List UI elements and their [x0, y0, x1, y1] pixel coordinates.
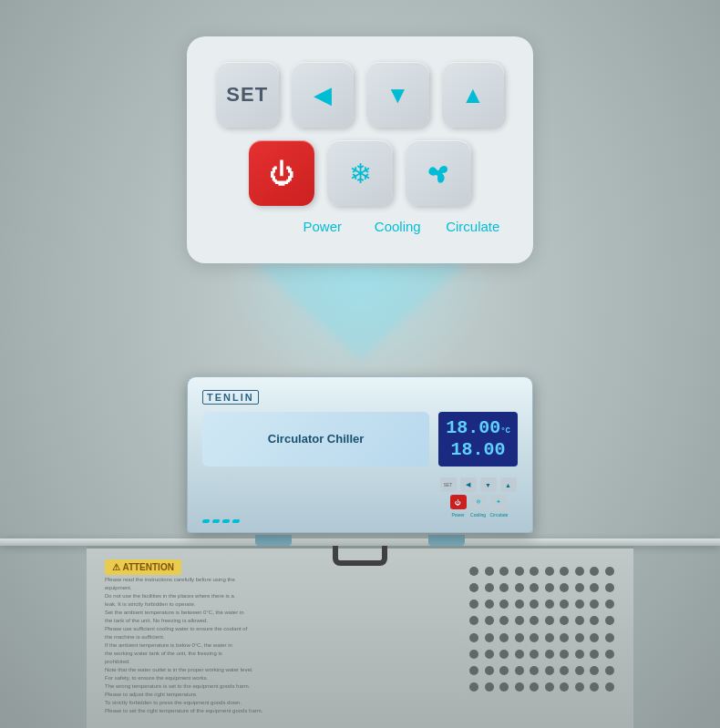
ventilation-panel [469, 567, 615, 694]
vent-hole [499, 650, 509, 659]
vent-hole [575, 666, 584, 675]
stripe-1 [201, 519, 210, 523]
vent-hole [499, 583, 509, 592]
vent-hole [545, 650, 554, 659]
decorative-stripes [202, 519, 240, 523]
vent-hole [515, 583, 524, 592]
vent-hole [530, 633, 539, 642]
mini-power-label: Power [450, 512, 467, 518]
vent-hole [530, 666, 539, 675]
brand-logo: TENLIN [202, 390, 259, 405]
vent-hole [530, 583, 539, 592]
vent-hole [605, 682, 614, 692]
cooling-button[interactable]: ❄ [327, 140, 393, 206]
vent-hole [515, 600, 524, 609]
vent-hole [469, 633, 478, 642]
chiller-header: TENLIN [202, 390, 518, 405]
vent-hole [485, 567, 494, 576]
chiller-body: TENLIN Circulator Chiller 18.00°C 18.00 … [187, 376, 533, 533]
mini-down-btn[interactable]: ▼ [480, 477, 497, 492]
vent-hole [530, 567, 539, 576]
vent-hole [499, 616, 509, 625]
display-value1: 18.00°C [446, 417, 510, 439]
mini-power-btn[interactable]: ⏻ [450, 495, 467, 509]
mini-cooling-btn[interactable]: ❄ [470, 495, 487, 509]
vent-hole [575, 600, 584, 609]
fan-icon [424, 159, 453, 188]
vent-hole [530, 600, 539, 609]
vent-hole [560, 567, 569, 576]
mini-left-btn[interactable]: ◀ [460, 477, 477, 492]
vent-hole [560, 650, 569, 659]
vent-hole [545, 666, 554, 675]
vent-hole [545, 567, 554, 576]
vent-hole [560, 666, 569, 675]
vent-hole [605, 633, 614, 642]
svg-point-0 [436, 170, 441, 176]
vent-hole [605, 616, 614, 625]
power-label: Power [292, 219, 355, 234]
leg-left [255, 535, 292, 546]
vent-hole [530, 682, 539, 692]
stripe-3 [221, 519, 230, 523]
mini-cooling-label: Cooling [470, 512, 487, 518]
vent-hole [485, 650, 494, 659]
power-button[interactable]: ⏻ [249, 140, 314, 206]
leg-right [428, 535, 465, 546]
vent-hole [485, 616, 494, 625]
mini-up-btn[interactable]: ▲ [500, 477, 517, 492]
display-unit: °C [500, 426, 510, 436]
vent-hole [545, 600, 554, 609]
vent-hole [575, 682, 584, 692]
vent-hole [485, 600, 494, 609]
vent-hole [575, 567, 584, 576]
vent-hole [530, 616, 539, 625]
vent-hole [590, 650, 599, 659]
cabinet-body: ⚠ ATTENTION Please read the instructions… [87, 546, 633, 728]
vent-hole [590, 633, 599, 642]
mini-set-btn[interactable]: SET [440, 477, 457, 492]
display-value2: 18.00 [446, 439, 510, 461]
mini-controls: SET ◀ ▼ ▲ ⏻ ❄ ✦ Power Cooling Circulate [438, 477, 518, 518]
button-label-row: Power Cooling Circulate [216, 219, 504, 234]
stripe-4 [231, 519, 240, 523]
vent-hole [545, 633, 554, 642]
chiller-handle [333, 546, 387, 566]
mini-circulate-btn[interactable]: ✦ [490, 495, 507, 509]
vent-hole [605, 583, 614, 592]
vent-hole [499, 666, 509, 675]
vent-hole [469, 616, 478, 625]
chiller-device: TENLIN Circulator Chiller 18.00°C 18.00 … [187, 376, 533, 546]
vent-hole [485, 666, 494, 675]
vent-hole [515, 650, 524, 659]
chiller-legs [187, 535, 533, 546]
vent-hole [485, 633, 494, 642]
vent-hole [605, 567, 614, 576]
vent-hole [515, 666, 524, 675]
cabinet-instructions: Please read the instructions carefully b… [105, 576, 451, 715]
vent-hole [590, 600, 599, 609]
vent-hole [575, 616, 584, 625]
circulate-button[interactable] [406, 140, 471, 206]
vent-hole [590, 666, 599, 675]
vent-hole [545, 616, 554, 625]
mini-circulate-label: Circulate [490, 512, 507, 518]
nav-button-row: SET ◀ ▼ ▲ [216, 62, 504, 128]
set-button[interactable]: SET [216, 62, 279, 128]
vent-hole [605, 650, 614, 659]
vent-hole [545, 583, 554, 592]
vent-hole [469, 666, 478, 675]
chiller-label-area: Circulator Chiller [202, 412, 429, 467]
vent-hole [469, 682, 478, 692]
vent-hole [469, 600, 478, 609]
vent-hole [515, 633, 524, 642]
down-arrow-button[interactable]: ▼ [366, 62, 429, 128]
left-arrow-button[interactable]: ◀ [292, 62, 355, 128]
vent-hole [590, 583, 599, 592]
up-arrow-button[interactable]: ▲ [442, 62, 505, 128]
light-beam [251, 260, 469, 360]
vent-hole [515, 616, 524, 625]
vent-hole [575, 583, 584, 592]
vent-hole [560, 600, 569, 609]
vent-hole [590, 616, 599, 625]
